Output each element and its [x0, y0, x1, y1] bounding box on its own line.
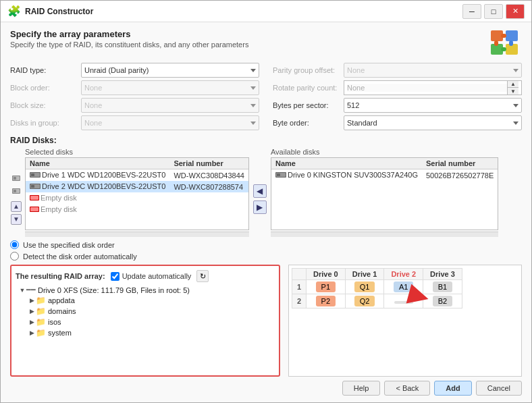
tree-label-appdata: appdata: [48, 296, 75, 304]
puzzle-icon: [489, 29, 522, 56]
available-disks-label: Available disks: [271, 148, 498, 156]
raid-type-select[interactable]: Unraid (Dual parity): [81, 63, 259, 78]
tree-expand-arrow[interactable]: ▶: [28, 297, 36, 304]
page-title: Specify the array parameters: [10, 29, 248, 39]
close-button[interactable]: ✕: [506, 4, 525, 19]
form-left: RAID type: Unraid (Dual parity) Block or…: [10, 63, 259, 130]
grid-col-drive2: Drive 2: [384, 269, 423, 280]
table-row[interactable]: Drive 0 KINGSTON SUV300S37A240G 50026B72…: [271, 169, 498, 182]
available-col-name: Name: [271, 158, 422, 169]
byte-order-label: Byte order:: [273, 119, 344, 127]
page-header: Specify the array parameters Specify the…: [10, 29, 522, 56]
transfer-arrows: ◀ ▶: [253, 148, 267, 237]
tree-label-domains: domains: [48, 307, 76, 315]
tree-expand-arrow[interactable]: ▶: [28, 329, 36, 336]
byte-order-select[interactable]: Standard: [344, 115, 522, 130]
help-button[interactable]: Help: [342, 381, 381, 396]
move-buttons: ▲ ▼: [10, 148, 22, 237]
block-size-label: Block size:: [10, 101, 81, 109]
grid-col-drive3: Drive 3: [423, 269, 462, 280]
disk-name-cell: Empty disk: [26, 192, 169, 204]
tree-expand-arrow[interactable]: ▶: [28, 319, 36, 325]
available-disks-table-container[interactable]: Name Serial number Drive 0 KINGST: [271, 157, 498, 230]
disks-in-group-select: None: [81, 115, 259, 130]
byte-order-row: Byte order: Standard: [273, 115, 522, 130]
title-bar: 🧩 RAID Constructor ─ □ ✕: [1, 1, 531, 22]
disk-order-label-2[interactable]: Detect the disk order automatically: [23, 252, 137, 261]
grid-cell-p2: P2: [307, 294, 346, 308]
grid-cell-empty: [384, 294, 423, 308]
table-row[interactable]: Drive 2 WDC WD1200BEVS-22UST0 WD-WXC8072…: [26, 181, 248, 192]
tree-expand-arrow[interactable]: ▶: [28, 308, 36, 315]
update-auto-checkbox[interactable]: [111, 272, 119, 281]
page-subtitle: Specify the type of RAID, its constituen…: [10, 41, 248, 49]
disk-order-label-1[interactable]: Use the specified disk order: [23, 241, 115, 249]
add-button[interactable]: Add: [434, 381, 471, 396]
svg-rect-6: [494, 41, 498, 46]
selected-disks-label: Selected disks: [25, 148, 249, 156]
disk-order-radio-1[interactable]: [10, 240, 19, 249]
tree-area[interactable]: ▼ ━━ Drive 0 XFS (Size: 111.79 GB, Files…: [16, 285, 275, 371]
maximize-button[interactable]: □: [484, 4, 503, 19]
selected-panel-with-controls: ▲ ▼ Selected disks Name Serial number: [10, 148, 249, 237]
tree-item-domains[interactable]: ▶ 📁 domains: [16, 306, 275, 317]
spin-up-button[interactable]: ▲: [508, 81, 518, 88]
selected-scrollbar[interactable]: [25, 232, 249, 237]
spin-down-button[interactable]: ▼: [508, 88, 518, 95]
svg-marker-27: [406, 284, 431, 309]
rotate-count-label: Rotate parity count:: [273, 84, 344, 92]
spin-buttons: ▲ ▼: [507, 81, 518, 95]
table-row[interactable]: Drive 1 WDC WD1200BEVS-22UST0 WD-WXC308D…: [26, 169, 248, 182]
table-row[interactable]: Empty disk: [26, 204, 248, 215]
svg-rect-26: [277, 173, 280, 176]
svg-rect-7: [509, 41, 513, 46]
available-scrollbar[interactable]: [271, 232, 498, 237]
parity-offset-label: Parity group offset:: [273, 66, 344, 74]
disk-name-cell: Drive 0 KINGSTON SUV300S37A240G: [271, 169, 422, 182]
svg-rect-21: [30, 196, 38, 200]
tree-label-isos: isos: [48, 318, 61, 326]
move-disk-icon2: [11, 186, 22, 196]
form-area: RAID type: Unraid (Dual parity) Block or…: [10, 63, 522, 130]
disk-order-radio-2[interactable]: [10, 252, 19, 261]
raid-result-title: The resulting RAID array:: [16, 272, 105, 280]
title-controls: ─ □ ✕: [462, 4, 525, 19]
block-size-select: None: [81, 98, 259, 113]
header-text: Specify the array parameters Specify the…: [10, 29, 248, 49]
disk-serial-cell: [169, 204, 248, 215]
arrow-left-button[interactable]: ◀: [253, 184, 267, 198]
grid-cell-q2: Q2: [345, 294, 384, 308]
move-disk-icon: [11, 173, 22, 184]
bytes-per-sector-row: Bytes per sector: 512: [273, 98, 522, 113]
big-arrow-indicator: [405, 279, 439, 315]
cancel-button[interactable]: Cancel: [476, 381, 522, 396]
move-up-button[interactable]: ▲: [11, 201, 22, 212]
tree-item-system[interactable]: ▶ 📁 system: [16, 327, 275, 338]
disk-name-cell: Drive 2 WDC WD1200BEVS-22UST0: [26, 181, 169, 192]
bytes-per-sector-select[interactable]: 512: [344, 98, 522, 113]
tree-item-isos[interactable]: ▶ 📁 isos: [16, 317, 275, 327]
block-order-select: None: [81, 80, 259, 95]
footer-buttons: Help < Back Add Cancel: [10, 377, 522, 396]
refresh-button[interactable]: ↻: [196, 270, 209, 282]
tree-item-appdata[interactable]: ▶ 📁 appdata: [16, 295, 275, 306]
raid-result-header: The resulting RAID array: Update automat…: [16, 270, 275, 282]
tree-item-drive[interactable]: ▼ ━━ Drive 0 XFS (Size: 111.79 GB, Files…: [16, 285, 275, 295]
content-area: Specify the array parameters Specify the…: [1, 22, 531, 402]
back-button[interactable]: < Back: [384, 381, 430, 396]
rotate-count-input: [347, 84, 507, 92]
selected-col-serial: Serial number: [169, 158, 248, 169]
selected-disks-table-container[interactable]: Name Serial number: [25, 157, 249, 230]
minimize-button[interactable]: ─: [462, 4, 481, 19]
selected-disks-table: Name Serial number: [26, 158, 248, 215]
raid-type-row: RAID type: Unraid (Dual parity): [10, 63, 259, 78]
move-down-button[interactable]: ▼: [11, 214, 22, 225]
table-row[interactable]: Empty disk: [26, 192, 248, 204]
disk-name-cell: Empty disk: [26, 204, 169, 215]
disks-section-label: RAID Disks:: [10, 136, 522, 145]
block-size-row: Block size: None: [10, 98, 259, 113]
arrow-right-button[interactable]: ▶: [253, 200, 267, 214]
selected-disks-panel: Selected disks Name Serial number: [25, 148, 249, 237]
tree-expand-arrow[interactable]: ▼: [18, 287, 26, 294]
update-auto-label[interactable]: Update automatically: [122, 272, 192, 280]
